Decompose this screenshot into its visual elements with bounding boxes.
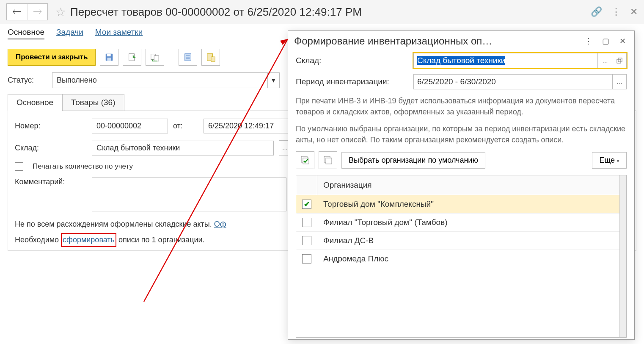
status-field[interactable]: Выполнено bbox=[52, 72, 268, 88]
popup-close-icon[interactable]: ✕ bbox=[616, 35, 628, 47]
close-icon[interactable]: ✕ bbox=[630, 6, 638, 17]
forward-button[interactable]: 🡒 bbox=[27, 4, 47, 20]
org-checkbox[interactable] bbox=[302, 254, 311, 264]
report-icon-button[interactable] bbox=[179, 49, 197, 66]
popup-desc-2: По умолчанию выбраны организации, по кот… bbox=[296, 123, 627, 145]
popup-header: Формирование инвентаризационных оп… ⋮ ▢ … bbox=[288, 31, 634, 51]
post-and-close-button[interactable]: Провести и закрыть bbox=[8, 49, 96, 66]
popup-period-field[interactable]: 6/25/2020 - 6/30/2020 bbox=[413, 74, 612, 89]
titlebar: 🡐 🡒 ☆ Пересчет товаров 00-00000002 от 6/… bbox=[0, 0, 644, 24]
popup-warehouse-select-button[interactable]: … bbox=[598, 53, 612, 68]
warehouse-label: Склад: bbox=[15, 144, 87, 153]
tab-main[interactable]: Основное bbox=[8, 94, 62, 111]
table-row[interactable]: ✔Торговый дом "Комплексный" bbox=[296, 195, 619, 214]
org-table-header: Организация bbox=[296, 175, 619, 195]
svg-rect-14 bbox=[617, 59, 621, 63]
favorite-star-icon[interactable]: ☆ bbox=[55, 5, 66, 19]
page-title: Пересчет товаров 00-00000002 от 6/25/202… bbox=[70, 6, 591, 19]
org-column-header: Организация bbox=[317, 175, 619, 195]
inventory-lists-popup: Формирование инвентаризационных оп… ⋮ ▢ … bbox=[288, 31, 635, 340]
form-link[interactable]: сформировать bbox=[63, 236, 115, 244]
org-checkbox[interactable]: ✔ bbox=[302, 200, 311, 209]
svg-rect-1 bbox=[107, 54, 111, 57]
svg-rect-5 bbox=[154, 55, 159, 61]
org-checkbox[interactable] bbox=[302, 236, 311, 245]
doc-flow-icon-button[interactable] bbox=[146, 49, 164, 66]
comment-textarea[interactable] bbox=[92, 178, 286, 211]
org-checkbox[interactable] bbox=[302, 218, 311, 227]
warehouse-field[interactable]: Склад бытовой техники bbox=[92, 141, 274, 155]
print-qty-label: Печатать количество по учету bbox=[33, 162, 133, 171]
nav-main[interactable]: Основное bbox=[8, 28, 44, 39]
kebab-menu-icon[interactable]: ⋮ bbox=[611, 6, 621, 17]
nav-tasks[interactable]: Задачи bbox=[56, 28, 83, 37]
table-row[interactable]: Филиал ДС-В bbox=[296, 232, 619, 250]
org-name: Торговый дом "Комплексный" bbox=[317, 200, 619, 209]
number-field[interactable]: 00-00000002 bbox=[92, 119, 168, 133]
notice-line2-pre: Необходимо bbox=[15, 236, 61, 244]
status-dropdown-button[interactable]: ▾ bbox=[268, 72, 280, 88]
popup-toolbar: Выбрать организации по умолчанию Еще bbox=[296, 151, 627, 169]
popup-warehouse-label: Склад: bbox=[296, 56, 410, 65]
more-button[interactable]: Еще bbox=[592, 152, 627, 169]
popup-period-select-button[interactable]: … bbox=[612, 74, 627, 89]
popup-period-label: Период инвентаризации: bbox=[296, 77, 410, 86]
org-table: Организация ✔Торговый дом "Комплексный"Ф… bbox=[296, 175, 627, 338]
vertical-scrollbar[interactable] bbox=[619, 175, 626, 337]
popup-kebab-icon[interactable]: ⋮ bbox=[583, 35, 594, 47]
svg-rect-15 bbox=[618, 58, 622, 62]
tab-goods[interactable]: Товары (36) bbox=[62, 94, 124, 111]
notice-line1-link[interactable]: Оф bbox=[214, 220, 226, 228]
notice-line1: Не по всем расхождениям оформлены складс… bbox=[15, 220, 214, 228]
org-name: Филиал "Торговый дом" (Тамбов) bbox=[317, 218, 619, 227]
popup-title: Формирование инвентаризационных оп… bbox=[294, 35, 578, 47]
svg-rect-11 bbox=[211, 57, 215, 61]
print-qty-checkbox[interactable] bbox=[15, 162, 23, 171]
notice-line2-post: описи по 1 организации. bbox=[116, 236, 205, 244]
popup-warehouse-field[interactable]: Склад бытовой техники bbox=[413, 53, 598, 68]
nav-buttons: 🡐 🡒 bbox=[6, 3, 48, 20]
status-label: Статус: bbox=[8, 76, 48, 85]
date-label: от: bbox=[173, 122, 198, 130]
popup-warehouse-open-button[interactable] bbox=[612, 53, 627, 68]
table-row[interactable]: Андромеда Плюс bbox=[296, 250, 619, 268]
back-button[interactable]: 🡐 bbox=[7, 4, 27, 20]
post-icon-button[interactable] bbox=[123, 49, 141, 66]
org-name: Андромеда Плюс bbox=[317, 254, 619, 264]
org-name: Филиал ДС-В bbox=[317, 236, 619, 245]
svg-rect-2 bbox=[107, 58, 111, 61]
select-default-orgs-button[interactable]: Выбрать организации по умолчанию bbox=[341, 152, 485, 169]
link-icon[interactable]: 🔗 bbox=[591, 6, 602, 17]
svg-rect-19 bbox=[326, 158, 332, 164]
popup-maximize-icon[interactable]: ▢ bbox=[600, 35, 611, 47]
warehouse-doc-icon-button[interactable] bbox=[201, 49, 220, 66]
comment-label: Комментарий: bbox=[15, 178, 87, 186]
popup-desc-1: При печати ИНВ-3 и ИНВ-19 будет использо… bbox=[296, 95, 627, 117]
number-label: Номер: bbox=[15, 122, 87, 130]
table-row[interactable]: Филиал "Торговый дом" (Тамбов) bbox=[296, 214, 619, 232]
uncheck-all-button[interactable] bbox=[319, 151, 337, 169]
check-all-button[interactable] bbox=[296, 151, 314, 169]
nav-notes[interactable]: Мои заметки bbox=[95, 28, 143, 37]
popup-warehouse-value: Склад бытовой техники bbox=[417, 56, 505, 65]
save-icon-button[interactable] bbox=[100, 49, 118, 66]
